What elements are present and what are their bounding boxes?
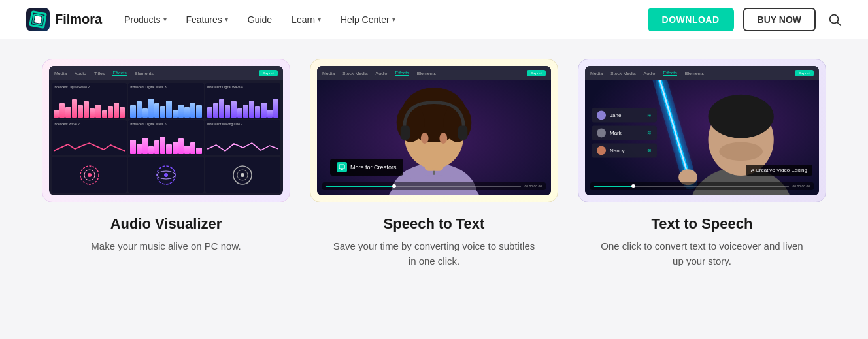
chevron-down-icon: ▾ xyxy=(225,16,228,23)
nav-features-label: Features xyxy=(186,14,222,25)
main-content: Media Audio Titles Effects Elements Expo… xyxy=(0,39,868,295)
viz-cell-6: Iridescent Waving Line 2 xyxy=(205,120,280,156)
chevron-down-icon: ▾ xyxy=(318,16,321,23)
viz-cell-1: Iridescent Digital Wave 2 xyxy=(52,83,127,119)
editor-toolbar-1: Media Audio Titles Effects Elements Expo… xyxy=(49,66,283,80)
editor-mockup-2: Media Stock Media Audio Effects Elements… xyxy=(317,66,551,195)
svg-rect-0 xyxy=(33,14,43,24)
progress-fill-2 xyxy=(326,186,394,187)
card-desc-text-to-speech: One click to convert text to voiceover a… xyxy=(597,239,807,268)
tts-wave-icon-jane: ≋ xyxy=(647,112,652,118)
nav-learn[interactable]: Learn ▾ xyxy=(284,9,329,30)
svg-point-33 xyxy=(709,95,774,138)
export-button-3: Export xyxy=(795,70,814,76)
speech-bubble-text: More for Creators xyxy=(350,164,397,170)
toolbar-tab-effects: Effects xyxy=(112,71,126,76)
tts-avatar-nancy xyxy=(597,146,606,155)
toolbar-tab-audio: Audio xyxy=(75,71,86,76)
svg-point-6 xyxy=(88,173,92,177)
toolbar-tab-audio-3: Audio xyxy=(644,71,656,76)
toolbar-tab-media-3: Media xyxy=(590,71,603,76)
nav-guide-label: Guide xyxy=(248,14,272,25)
editor-toolbar-2: Media Stock Media Audio Effects Elements… xyxy=(317,66,551,80)
editor-mockup-3: Media Stock Media Audio Effects Elements… xyxy=(585,66,819,195)
speech-to-text-icon xyxy=(337,162,347,172)
nav-learn-label: Learn xyxy=(292,14,315,25)
toolbar-tab-elements-3: Elements xyxy=(685,71,704,76)
tts-wave-icon-nancy: ≋ xyxy=(647,148,652,153)
nav-features[interactable]: Features ▾ xyxy=(178,9,236,30)
logo-icon xyxy=(26,8,50,31)
tts-wave-icon-mark: ≋ xyxy=(647,130,652,136)
tts-name-mark: Mark xyxy=(610,130,643,136)
editor-toolbar-3: Media Stock Media Audio Effects Elements… xyxy=(585,66,819,80)
toolbar-tab-media: Media xyxy=(54,71,67,76)
toolbar-tab-effects-2: Effects xyxy=(395,71,409,76)
svg-rect-1 xyxy=(36,17,41,22)
navbar: Filmora Products ▾ Features ▾ Guide Lear… xyxy=(0,0,868,39)
nav-help-center-label: Help Center xyxy=(341,14,390,25)
viz-cell-9 xyxy=(205,157,280,193)
export-button-2: Export xyxy=(527,70,546,76)
download-button[interactable]: DOWNLOAD xyxy=(648,8,734,31)
svg-point-12 xyxy=(241,173,244,177)
feature-card-audio-visualizer: Media Audio Titles Effects Elements Expo… xyxy=(42,59,290,268)
feature-card-text-to-speech: Media Stock Media Audio Effects Elements… xyxy=(578,59,826,268)
card-image-text-to-speech: Media Stock Media Audio Effects Elements… xyxy=(578,59,826,202)
toolbar-tab-elements: Elements xyxy=(135,71,154,76)
logo-text: Filmora xyxy=(55,12,102,27)
card-image-audio-visualizer: Media Audio Titles Effects Elements Expo… xyxy=(42,59,290,202)
tts-person-row-mark: Mark ≋ xyxy=(592,125,657,140)
progress-dot-2 xyxy=(392,184,396,188)
tts-name-jane: Jane xyxy=(610,112,643,118)
nav-products-label: Products xyxy=(124,14,160,25)
progress-dot-3 xyxy=(631,184,635,188)
tts-overlay: Jane ≋ Mark ≋ Nancy xyxy=(592,108,657,157)
tts-person-row-jane: Jane ≋ xyxy=(592,108,657,122)
svg-rect-23 xyxy=(458,126,467,140)
buynow-button[interactable]: BUY NOW xyxy=(743,8,816,31)
man-mockup: Jane ≋ Mark ≋ Nancy xyxy=(585,80,819,195)
toolbar-tab-stockmedia-2: Stock Media xyxy=(342,71,368,76)
logo-link[interactable]: Filmora xyxy=(26,8,102,31)
search-icon[interactable] xyxy=(827,12,842,27)
time-code-3: 00:00:00:00 xyxy=(793,184,810,188)
toolbar-tab-elements-2: Elements xyxy=(417,71,436,76)
viz-cell-4: Iridescent Wave 2 xyxy=(52,120,127,156)
toolbar-tab-titles: Titles xyxy=(94,71,105,76)
svg-point-9 xyxy=(164,173,168,177)
toolbar-tab-audio-2: Audio xyxy=(376,71,388,76)
progress-fill-3 xyxy=(594,186,633,187)
toolbar-tab-stockmedia-3: Stock Media xyxy=(610,71,636,76)
nav-products[interactable]: Products ▾ xyxy=(116,9,174,30)
export-button-1: Export xyxy=(259,70,278,76)
viz-cell-2: Iridescent Digital Wave 3 xyxy=(128,83,203,119)
nav-guide[interactable]: Guide xyxy=(240,9,280,30)
viz-cell-3: Iridescent Digital Wave 4 xyxy=(205,83,280,119)
svg-point-21 xyxy=(439,133,447,144)
nav-help-center[interactable]: Help Center ▾ xyxy=(333,9,403,30)
playback-bar-2: 00:00:00:00 xyxy=(322,182,546,190)
svg-line-3 xyxy=(837,22,841,25)
viz-cell-5: Iridescent Digital Wave 6 xyxy=(128,120,203,156)
editor-body-1: Iridescent Digital Wave 2 xyxy=(49,80,283,195)
card-desc-speech-to-text: Save your time by converting voice to su… xyxy=(329,239,539,268)
editor-mockup-1: Media Audio Titles Effects Elements Expo… xyxy=(49,66,283,195)
svg-rect-26 xyxy=(339,165,344,169)
caption-box: A Creative Video Editing xyxy=(746,165,812,176)
tts-avatar-mark xyxy=(597,128,606,137)
card-title-audio-visualizer: Audio Visualizer xyxy=(110,216,222,233)
person-mockup: More for Creators xyxy=(317,80,551,195)
viz-cell-8 xyxy=(128,157,203,193)
svg-point-20 xyxy=(421,133,429,144)
card-desc-audio-visualizer: Make your music alive on PC now. xyxy=(91,239,241,254)
card-title-speech-to-text: Speech to Text xyxy=(384,216,485,233)
progress-track-2 xyxy=(326,186,521,187)
tts-name-nancy: Nancy xyxy=(610,148,643,153)
speech-bubble: More for Creators xyxy=(330,159,403,176)
svg-rect-22 xyxy=(401,126,410,140)
tts-person-row-nancy: Nancy ≋ xyxy=(592,143,657,157)
chevron-down-icon: ▾ xyxy=(163,16,167,23)
card-title-text-to-speech: Text to Speech xyxy=(652,216,753,233)
time-code-2: 00:00:00:00 xyxy=(525,184,542,188)
